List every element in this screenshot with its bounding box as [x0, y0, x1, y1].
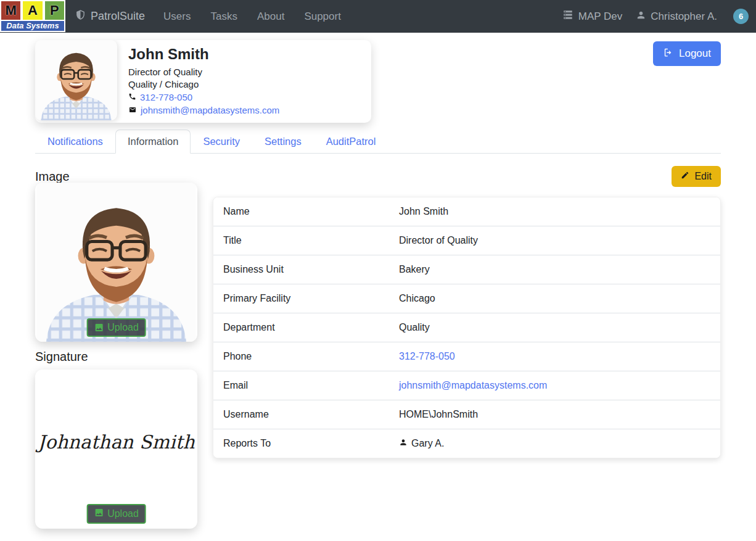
tab-information[interactable]: Information: [115, 130, 191, 154]
upload-signature-label: Upload: [107, 508, 139, 519]
info-row-reports-to: Reports ToGary A.: [213, 429, 720, 458]
user-info-table: NameJohn SmithTitleDirector of QualityBu…: [213, 197, 721, 458]
environment-label: MAP Dev: [578, 10, 623, 23]
info-row-name: NameJohn Smith: [213, 197, 720, 226]
info-row-business-unit: Business UnitBakery: [213, 255, 720, 284]
info-row-username: UsernameHOME\JohnSmith: [213, 400, 720, 429]
info-value-link[interactable]: johnsmith@mapdatasystems.com: [399, 380, 547, 391]
image-upload-icon: [94, 508, 104, 520]
person-icon: [636, 10, 646, 23]
info-label: Phone: [213, 342, 389, 371]
notification-count-badge[interactable]: 6: [733, 9, 749, 24]
nav-item-tasks[interactable]: Tasks: [210, 10, 237, 23]
logo-letter-a: A: [22, 0, 43, 21]
logo-letter-p: P: [44, 0, 65, 21]
nav-item-users[interactable]: Users: [163, 10, 191, 23]
logo-letter-m: M: [0, 0, 22, 21]
image-upload-icon: [94, 323, 104, 332]
navbar-right: MAP Dev Christopher A. 6: [553, 9, 756, 24]
profile-title: Director of Quality: [128, 67, 279, 77]
info-value: John Smith: [389, 197, 458, 226]
map-logo-squares: M A P: [0, 0, 65, 21]
person-icon: [399, 438, 408, 449]
logout-button[interactable]: Logout: [653, 41, 721, 66]
info-value: Director of Quality: [389, 226, 488, 255]
info-label: Primary Facility: [213, 284, 389, 313]
top-navbar: M A P Data Systems PatrolSuite UsersTask…: [0, 0, 756, 33]
logout-label: Logout: [679, 47, 711, 60]
info-label: Name: [213, 197, 389, 226]
info-value: 312-778-050: [389, 342, 465, 371]
info-value: Chicago: [389, 284, 445, 313]
shield-icon: [75, 9, 86, 24]
info-row-title: TitleDirector of Quality: [213, 226, 720, 255]
map-logo[interactable]: M A P Data Systems: [0, 0, 65, 32]
edit-label: Edit: [694, 171, 712, 182]
profile-email-link[interactable]: johnsmith@mapdatasystems.com: [141, 105, 279, 115]
info-label: Department: [213, 313, 389, 342]
tab-security[interactable]: Security: [191, 130, 252, 154]
info-value: HOME\JohnSmith: [389, 400, 488, 429]
profile-photo: [35, 40, 117, 120]
profile-summary-card: John Smith Director of Quality Quality /…: [35, 40, 371, 123]
profile-name: John Smith: [128, 46, 279, 63]
environment-menu[interactable]: MAP Dev: [562, 9, 623, 23]
info-value: Quality: [389, 313, 440, 342]
nav-item-about[interactable]: About: [257, 10, 284, 23]
tab-settings[interactable]: Settings: [252, 130, 314, 154]
info-column: NameJohn SmithTitleDirector of QualityBu…: [213, 183, 721, 529]
profile-tabs: NotificationsInformationSecuritySettings…: [35, 130, 721, 154]
signature-image: Johnathan Smith: [35, 431, 197, 453]
upload-image-button[interactable]: Upload: [86, 318, 146, 337]
signature-card: Johnathan Smith Upload: [35, 370, 197, 529]
main-content: John Smith Director of Quality Quality /…: [0, 33, 756, 529]
signature-heading: Signature: [35, 350, 197, 364]
upload-image-label: Upload: [107, 322, 139, 333]
info-row-primary-facility: Primary FacilityChicago: [213, 284, 720, 313]
nav-item-support[interactable]: Support: [304, 10, 341, 23]
info-row-phone: Phone312-778-050: [213, 342, 720, 371]
phone-icon: [128, 92, 136, 102]
media-column: Upload Signature Johnathan Smith Upload: [35, 183, 197, 529]
info-value: Bakery: [389, 255, 440, 284]
profile-info: John Smith Director of Quality Quality /…: [117, 40, 286, 123]
info-value-text: Gary A.: [411, 438, 444, 449]
user-label: Christopher A.: [651, 10, 717, 23]
tab-notifications[interactable]: Notifications: [35, 130, 115, 154]
user-image-card: Upload: [35, 183, 197, 342]
brand-patrolsuite[interactable]: PatrolSuite: [75, 9, 145, 24]
logo-subtitle: Data Systems: [0, 21, 65, 32]
pencil-icon: [681, 171, 689, 182]
upload-signature-button[interactable]: Upload: [86, 504, 146, 524]
info-label: Title: [213, 226, 389, 255]
info-label: Username: [213, 400, 389, 429]
info-value: Gary A.: [389, 429, 454, 458]
image-heading: Image: [35, 170, 70, 184]
info-value-link[interactable]: 312-778-050: [399, 351, 455, 362]
info-row-department: DepartmentQuality: [213, 313, 720, 342]
nav-items: UsersTasksAboutSupport: [163, 10, 341, 23]
info-label: Reports To: [213, 429, 389, 458]
content-row: Upload Signature Johnathan Smith Upload …: [35, 183, 721, 529]
profile-header: John Smith Director of Quality Quality /…: [35, 40, 721, 123]
info-label: Email: [213, 371, 389, 400]
envelope-icon: [128, 105, 137, 115]
tab-auditpatrol[interactable]: AuditPatrol: [314, 130, 388, 154]
profile-phone-link[interactable]: 312-778-050: [140, 92, 192, 102]
info-row-email: Emailjohnsmith@mapdatasystems.com: [213, 371, 720, 400]
profile-department-location: Quality / Chicago: [128, 79, 279, 89]
server-icon: [562, 9, 574, 23]
brand-label: PatrolSuite: [91, 10, 145, 23]
logout-icon: [663, 47, 673, 60]
info-label: Business Unit: [213, 255, 389, 284]
user-menu[interactable]: Christopher A.: [636, 10, 717, 23]
info-value: johnsmith@mapdatasystems.com: [389, 371, 557, 400]
